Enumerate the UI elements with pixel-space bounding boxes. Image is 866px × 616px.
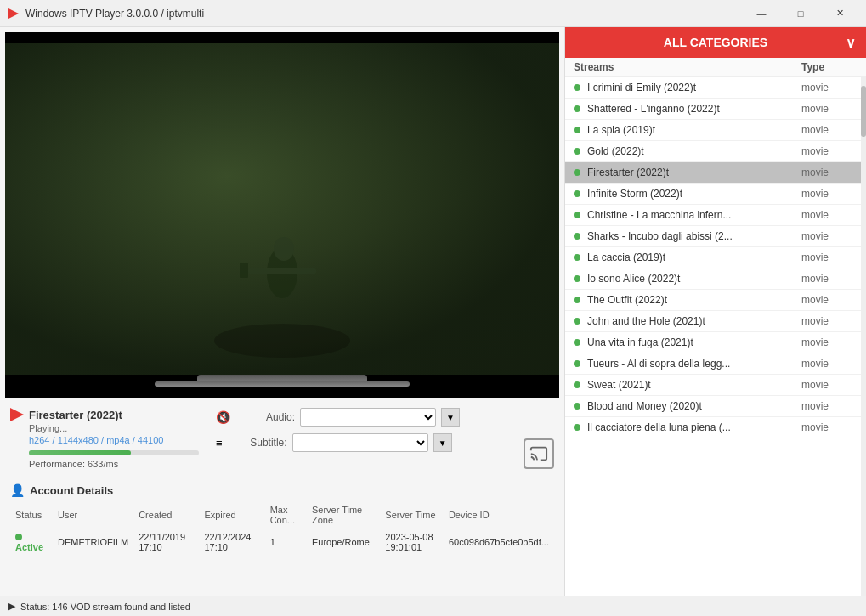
stream-name: Blood and Money (2020)t: [587, 400, 801, 412]
streams-table-header: Streams Type: [565, 58, 866, 77]
progress-bar-fill: [29, 450, 131, 455]
stream-type: movie: [801, 358, 852, 370]
volume-icon: 🔇: [216, 410, 230, 424]
audio-select[interactable]: [300, 408, 436, 427]
stream-type: movie: [801, 167, 852, 178]
stream-item[interactable]: Gold (2022)t movie: [565, 141, 861, 162]
now-playing-row: Firestarter (2022)t Playing... h264 / 11…: [10, 408, 554, 469]
stream-status-dot: [574, 254, 580, 261]
app-icon: [7, 7, 20, 20]
progress-bar-container[interactable]: [29, 450, 199, 455]
close-button[interactable]: ✕: [820, 0, 859, 27]
stream-status-dot: [574, 190, 580, 197]
stream-item[interactable]: Blood and Money (2020)t movie: [565, 396, 861, 417]
stream-item[interactable]: Firestarter (2022)t movie: [565, 162, 861, 184]
stream-name: Tueurs - Al di sopra della legg...: [587, 358, 801, 370]
stream-item[interactable]: Tueurs - Al di sopra della legg... movie: [565, 353, 861, 375]
stream-status-dot: [574, 84, 580, 91]
stream-type: movie: [801, 145, 852, 157]
col-status: Status: [10, 502, 53, 528]
account-table-row: Active DEMETRIOFILM 22/11/2019 17:10 22/…: [10, 528, 554, 557]
stream-type: movie: [801, 103, 852, 115]
stream-item[interactable]: Infinite Storm (2022)t movie: [565, 184, 861, 205]
stream-item[interactable]: Christine - La macchina infern... movie: [565, 205, 861, 226]
video-screen: [5, 43, 559, 375]
stream-status-dot: [574, 275, 580, 282]
stream-status-dot: [574, 381, 580, 388]
created-cell: 22/11/2019 17:10: [133, 528, 199, 557]
stream-status-dot: [574, 339, 580, 346]
stream-item[interactable]: The Outfit (2022)t movie: [565, 290, 861, 311]
user-cell: DEMETRIOFILM: [53, 528, 133, 557]
stream-status-dot: [574, 233, 580, 240]
performance-line: Performance: 633/ms: [10, 459, 199, 469]
audio-dropdown-arrow[interactable]: ▼: [441, 408, 460, 427]
performance-value: 633/ms: [88, 459, 118, 469]
minimize-button[interactable]: —: [742, 0, 781, 27]
left-panel: Firestarter (2022)t Playing... h264 / 11…: [0, 27, 564, 616]
audio-label: Audio:: [235, 411, 295, 423]
stream-status-dot: [574, 148, 580, 155]
stream-name: Christine - La macchina infern...: [587, 209, 801, 221]
stream-status-dot: [574, 105, 580, 112]
stream-name: Shattered - L'inganno (2022)t: [587, 103, 801, 115]
status-bar-text: Status: 146 VOD stream found and listed: [20, 602, 190, 612]
scrollbar-area[interactable]: [861, 77, 866, 616]
play-status: Playing...: [10, 423, 199, 433]
account-icon: 👤: [10, 483, 25, 497]
stream-name: Io sono Alice (2022)t: [587, 273, 801, 285]
streams-list: I crimini di Emily (2022)t movie Shatter…: [565, 77, 861, 616]
col-user: User: [53, 502, 133, 528]
svg-marker-0: [8, 8, 19, 19]
col-servertime: Server Time: [380, 502, 444, 528]
status-arrow-icon: ▶: [8, 601, 15, 612]
account-title: Account Details: [30, 484, 113, 497]
svg-rect-5: [240, 263, 248, 278]
account-section: 👤 Account Details Status User Created Ex…: [0, 478, 564, 561]
subtitle-row: ≡ Subtitle: ▼: [216, 433, 507, 452]
stream-name: Gold (2022)t: [587, 145, 801, 157]
categories-header[interactable]: ALL CATEGORIES ∨: [565, 27, 866, 58]
type-col-header: Type: [801, 61, 852, 73]
stream-name: La spia (2019)t: [587, 124, 801, 136]
stream-type: movie: [801, 315, 852, 327]
right-panel: ALL CATEGORIES ∨ Streams Type I crimini …: [564, 27, 866, 616]
deviceid-cell: 60c098d67b5cfe0b5df...: [444, 528, 554, 557]
scrollbar-thumb[interactable]: [861, 86, 866, 137]
subtitle-dropdown-arrow[interactable]: ▼: [433, 433, 452, 452]
maximize-button[interactable]: □: [781, 0, 820, 27]
stream-item[interactable]: John and the Hole (2021)t movie: [565, 311, 861, 332]
stream-item[interactable]: La spia (2019)t movie: [565, 120, 861, 141]
stream-item[interactable]: La caccia (2019)t movie: [565, 247, 861, 268]
servertime-cell: 2023-05-08 19:01:01: [380, 528, 444, 557]
stream-item[interactable]: Shattered - L'inganno (2022)t movie: [565, 99, 861, 120]
cast-button[interactable]: [524, 438, 554, 469]
stream-item[interactable]: Io sono Alice (2022)t movie: [565, 268, 861, 290]
categories-title: ALL CATEGORIES: [664, 36, 767, 49]
col-expired: Expired: [199, 502, 264, 528]
stream-type: movie: [801, 124, 852, 136]
window-controls: — □ ✕: [742, 0, 859, 27]
stream-type: movie: [801, 251, 852, 263]
stream-type: movie: [801, 421, 852, 433]
stream-name: The Outfit (2022)t: [587, 294, 801, 306]
subtitle-select[interactable]: [292, 433, 428, 452]
stream-item[interactable]: I crimini di Emily (2022)t movie: [565, 77, 861, 99]
stream-type: movie: [801, 188, 852, 200]
stream-type: movie: [801, 379, 852, 391]
stream-item[interactable]: Il cacciatore della luna piena (... movi…: [565, 417, 861, 438]
stream-item[interactable]: Una vita in fuga (2021)t movie: [565, 332, 861, 353]
timezone-cell: Europe/Rome: [307, 528, 380, 557]
stream-status-dot: [574, 403, 580, 410]
stream-item[interactable]: Sharks - Incubo dagli abissi (2... movie: [565, 226, 861, 247]
stream-item[interactable]: Sweat (2021)t movie: [565, 375, 861, 396]
account-table-header: Status User Created Expired Max Con... S…: [10, 502, 554, 528]
stream-type: movie: [801, 294, 852, 306]
status-bar: ▶ Status: 146 VOD stream found and liste…: [0, 596, 866, 616]
codec-info: h264 / 1144x480 / mp4a / 44100: [10, 435, 199, 445]
titlebar: Windows IPTV Player 3.0.0.0 / iptvmulti …: [0, 0, 866, 27]
col-created: Created: [133, 502, 199, 528]
streams-col-header: Streams: [574, 61, 801, 73]
col-maxcon: Max Con...: [265, 502, 307, 528]
stream-status-dot: [574, 169, 580, 176]
